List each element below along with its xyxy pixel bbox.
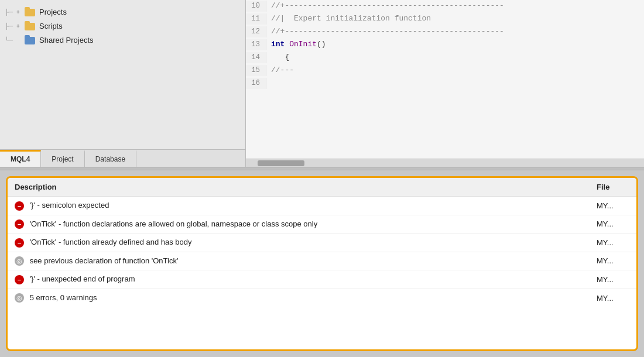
indent-spacer: └─ <box>5 37 16 43</box>
error-file-2: MY... <box>590 234 636 252</box>
code-line-14: 14 { <box>246 52 644 64</box>
line-number-12: 12 <box>246 26 266 37</box>
error-desc-3: ◎ see previous declaration of function '… <box>8 252 590 270</box>
scrollbar-thumb[interactable] <box>258 160 304 166</box>
tab-database-label: Database <box>95 155 125 163</box>
folder-icon-scripts <box>25 21 36 30</box>
info-icon-summary: ◎ <box>15 293 24 303</box>
error-desc-2: – 'OnTick' - function already defined an… <box>8 234 590 252</box>
error-icon-4: – <box>15 275 24 284</box>
code-editor: 10 //+----------------------------------… <box>246 0 644 167</box>
line-number-15: 15 <box>246 65 266 76</box>
sidebar-item-label-shared: Shared Projects <box>39 36 94 44</box>
code-line-10: 10 //+----------------------------------… <box>246 0 644 13</box>
tab-mql4-label: MQL4 <box>11 155 30 163</box>
expand-icon-projects[interactable]: + <box>16 9 23 15</box>
error-icon-2: – <box>15 238 24 248</box>
error-text-summary: 5 errors, 0 warnings <box>30 293 97 302</box>
indent-spacer: ├─ <box>5 9 16 15</box>
line-number-13: 13 <box>246 39 266 50</box>
error-file-0: MY... <box>590 197 636 215</box>
tab-project[interactable]: Project <box>41 150 84 167</box>
error-file-summary: MY... <box>590 289 636 307</box>
code-line-11: 11 //| Expert initialization function <box>246 13 644 26</box>
error-row-3[interactable]: ◎ see previous declaration of function '… <box>8 252 636 270</box>
code-text-11: //| Expert initialization function <box>271 13 431 25</box>
sidebar: ├─ + Projects ├─ + Scripts └─ Shared Pro… <box>0 0 246 167</box>
code-text-16 <box>271 77 276 90</box>
indent-spacer: ├─ <box>5 23 16 29</box>
error-table: Description File – '}' - semicolon expec… <box>8 178 636 307</box>
error-icon-1: – <box>15 219 24 229</box>
table-header-row: Description File <box>8 178 636 197</box>
folder-icon-shared <box>25 35 36 44</box>
line-number-11: 11 <box>246 13 266 25</box>
sidebar-item-label-scripts: Scripts <box>39 22 63 30</box>
code-text-14: { <box>271 52 289 64</box>
error-text-2: 'OnTick' - function already defined and … <box>30 238 192 246</box>
code-line-13: 13 int OnInit() <box>246 39 644 52</box>
code-line-15: 15 //--- <box>246 64 644 77</box>
sidebar-item-label-projects: Projects <box>39 8 67 16</box>
col-header-description: Description <box>8 178 590 197</box>
line-number-14: 14 <box>246 52 266 63</box>
error-row-summary: ◎ 5 errors, 0 warnings MY... <box>8 289 636 307</box>
error-desc-1: – 'OnTick' - function declarations are a… <box>8 215 590 234</box>
tab-database[interactable]: Database <box>85 150 136 167</box>
col-header-file: File <box>590 178 636 197</box>
info-icon-3: ◎ <box>15 256 24 266</box>
error-text-0: '}' - semicolon expected <box>30 201 109 210</box>
error-file-3: MY... <box>590 252 636 270</box>
expand-icon-shared <box>16 37 23 43</box>
code-text-12: //+-------------------------------------… <box>271 26 504 38</box>
sidebar-item-shared-projects[interactable]: └─ Shared Projects <box>0 33 245 47</box>
error-row-0[interactable]: – '}' - semicolon expected MY... <box>8 197 636 215</box>
code-text-10: //+-------------------------------------… <box>271 0 504 12</box>
error-row-1[interactable]: – 'OnTick' - function declarations are a… <box>8 215 636 234</box>
sidebar-item-projects[interactable]: ├─ + Projects <box>0 5 245 19</box>
code-content[interactable]: 10 //+----------------------------------… <box>246 0 644 159</box>
error-row-2[interactable]: – 'OnTick' - function already defined an… <box>8 234 636 252</box>
tab-project-label: Project <box>52 155 73 163</box>
line-number-10: 10 <box>246 1 266 12</box>
tab-mql4[interactable]: MQL4 <box>0 150 41 167</box>
sidebar-tab-bar: MQL4 Project Database <box>0 149 245 167</box>
error-icon-0: – <box>15 201 24 211</box>
error-text-1: 'OnTick' - function declarations are all… <box>30 219 318 228</box>
expand-icon-scripts[interactable]: + <box>16 23 23 29</box>
error-text-4: '}' - unexpected end of program <box>30 274 135 283</box>
error-desc-4: – '}' - unexpected end of program <box>8 270 590 289</box>
sidebar-item-scripts[interactable]: ├─ + Scripts <box>0 19 245 33</box>
error-file-4: MY... <box>590 270 636 289</box>
folder-icon-projects <box>25 7 36 16</box>
line-number-16: 16 <box>246 78 266 89</box>
code-line-16: 16 <box>246 77 644 90</box>
error-text-3: see previous declaration of function 'On… <box>30 256 179 265</box>
horizontal-scrollbar[interactable] <box>246 159 644 167</box>
code-line-12: 12 //+----------------------------------… <box>246 26 644 39</box>
error-desc-0: – '}' - semicolon expected <box>8 197 590 215</box>
error-desc-summary: ◎ 5 errors, 0 warnings <box>8 289 590 307</box>
bottom-panel: Description File – '}' - semicolon expec… <box>0 170 644 357</box>
error-file-1: MY... <box>590 215 636 234</box>
error-panel: Description File – '}' - semicolon expec… <box>6 176 638 351</box>
code-text-15: //--- <box>271 64 294 77</box>
file-tree: ├─ + Projects ├─ + Scripts └─ Shared Pro… <box>0 0 245 149</box>
code-text-13: int OnInit() <box>271 39 326 51</box>
error-row-4[interactable]: – '}' - unexpected end of program MY... <box>8 270 636 289</box>
